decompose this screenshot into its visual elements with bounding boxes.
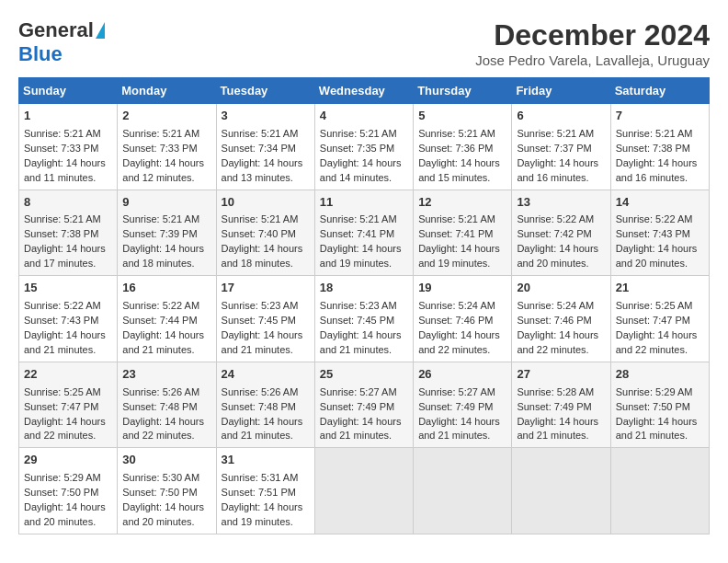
calendar-cell: 22Sunrise: 5:25 AMSunset: 7:47 PMDayligh… — [19, 362, 118, 448]
sunrise-text: Sunrise: 5:21 AM — [616, 128, 693, 139]
day-number: 16 — [122, 280, 210, 297]
calendar-row: 29Sunrise: 5:29 AMSunset: 7:50 PMDayligh… — [19, 448, 710, 534]
calendar-cell: 16Sunrise: 5:22 AMSunset: 7:44 PMDayligh… — [118, 276, 216, 362]
daylight-text: Daylight: 14 hours and 21 minutes. — [122, 329, 204, 355]
daylight-text: Daylight: 14 hours and 14 minutes. — [320, 157, 402, 183]
calendar-row: 8Sunrise: 5:21 AMSunset: 7:38 PMDaylight… — [19, 190, 710, 276]
day-number: 30 — [122, 452, 210, 469]
col-friday: Friday — [512, 78, 610, 104]
calendar-cell: 3Sunrise: 5:21 AMSunset: 7:34 PMDaylight… — [216, 104, 314, 190]
sunset-text: Sunset: 7:34 PM — [222, 143, 296, 154]
sunset-text: Sunset: 7:43 PM — [616, 228, 690, 239]
sunset-text: Sunset: 7:50 PM — [24, 487, 98, 498]
logo-blue-text: Blue — [18, 42, 63, 66]
daylight-text: Daylight: 14 hours and 21 minutes. — [222, 329, 303, 355]
day-number: 13 — [517, 194, 605, 212]
sunset-text: Sunset: 7:46 PM — [517, 315, 591, 326]
calendar-cell: 26Sunrise: 5:27 AMSunset: 7:49 PMDayligh… — [414, 362, 512, 448]
day-number: 11 — [320, 194, 408, 212]
sunrise-text: Sunrise: 5:22 AM — [517, 213, 594, 224]
daylight-text: Daylight: 14 hours and 21 minutes. — [418, 416, 500, 442]
calendar-cell: 27Sunrise: 5:28 AMSunset: 7:49 PMDayligh… — [512, 362, 610, 448]
daylight-text: Daylight: 14 hours and 13 minutes. — [222, 157, 303, 183]
daylight-text: Daylight: 14 hours and 21 minutes. — [616, 416, 698, 442]
sunset-text: Sunset: 7:50 PM — [616, 401, 690, 412]
sunset-text: Sunset: 7:48 PM — [222, 401, 296, 412]
sunrise-text: Sunrise: 5:21 AM — [418, 213, 495, 224]
logo-triangle-icon — [96, 22, 105, 39]
daylight-text: Daylight: 14 hours and 22 minutes. — [616, 329, 698, 355]
calendar-cell: 8Sunrise: 5:21 AMSunset: 7:38 PMDaylight… — [19, 190, 118, 276]
sunset-text: Sunset: 7:46 PM — [418, 315, 493, 326]
calendar-cell — [610, 448, 709, 534]
daylight-text: Daylight: 14 hours and 20 minutes. — [24, 501, 106, 527]
day-number: 5 — [418, 108, 506, 125]
sunset-text: Sunset: 7:43 PM — [24, 315, 98, 326]
calendar-cell: 9Sunrise: 5:21 AMSunset: 7:39 PMDaylight… — [118, 190, 216, 276]
col-saturday: Saturday — [610, 78, 709, 104]
calendar-cell: 24Sunrise: 5:26 AMSunset: 7:48 PMDayligh… — [216, 362, 314, 448]
sunrise-text: Sunrise: 5:22 AM — [24, 300, 101, 311]
daylight-text: Daylight: 14 hours and 22 minutes. — [418, 329, 500, 355]
sunrise-text: Sunrise: 5:21 AM — [320, 128, 397, 139]
calendar-cell: 29Sunrise: 5:29 AMSunset: 7:50 PMDayligh… — [19, 448, 118, 534]
calendar-cell: 14Sunrise: 5:22 AMSunset: 7:43 PMDayligh… — [610, 190, 709, 276]
sunrise-text: Sunrise: 5:24 AM — [418, 300, 495, 311]
calendar-cell: 19Sunrise: 5:24 AMSunset: 7:46 PMDayligh… — [414, 276, 512, 362]
daylight-text: Daylight: 14 hours and 11 minutes. — [24, 157, 106, 183]
daylight-text: Daylight: 14 hours and 20 minutes. — [122, 501, 204, 527]
daylight-text: Daylight: 14 hours and 22 minutes. — [122, 416, 204, 442]
sunrise-text: Sunrise: 5:21 AM — [320, 213, 397, 224]
col-sunday: Sunday — [19, 78, 118, 104]
sunset-text: Sunset: 7:48 PM — [122, 401, 197, 412]
day-number: 8 — [24, 194, 112, 212]
daylight-text: Daylight: 14 hours and 21 minutes. — [320, 329, 402, 355]
calendar-cell: 13Sunrise: 5:22 AMSunset: 7:42 PMDayligh… — [512, 190, 610, 276]
daylight-text: Daylight: 14 hours and 12 minutes. — [122, 157, 204, 183]
daylight-text: Daylight: 14 hours and 18 minutes. — [222, 243, 303, 269]
sunrise-text: Sunrise: 5:27 AM — [418, 386, 495, 397]
calendar-cell — [314, 448, 413, 534]
daylight-text: Daylight: 14 hours and 21 minutes. — [24, 329, 106, 355]
day-number: 20 — [517, 280, 605, 297]
calendar-cell: 4Sunrise: 5:21 AMSunset: 7:35 PMDaylight… — [314, 104, 413, 190]
day-number: 18 — [320, 280, 408, 297]
sunrise-text: Sunrise: 5:28 AM — [517, 386, 594, 397]
daylight-text: Daylight: 14 hours and 18 minutes. — [122, 243, 204, 269]
sunrise-text: Sunrise: 5:24 AM — [517, 300, 594, 311]
sunrise-text: Sunrise: 5:30 AM — [122, 472, 199, 483]
sunset-text: Sunset: 7:47 PM — [616, 315, 690, 326]
sunset-text: Sunset: 7:39 PM — [122, 228, 197, 239]
sunset-text: Sunset: 7:36 PM — [418, 143, 493, 154]
calendar-cell: 5Sunrise: 5:21 AMSunset: 7:36 PMDaylight… — [414, 104, 512, 190]
daylight-text: Daylight: 14 hours and 17 minutes. — [24, 243, 106, 269]
day-number: 3 — [222, 108, 310, 125]
sunset-text: Sunset: 7:42 PM — [517, 228, 591, 239]
sunrise-text: Sunrise: 5:22 AM — [122, 300, 199, 311]
daylight-text: Daylight: 14 hours and 19 minutes. — [320, 243, 402, 269]
sunrise-text: Sunrise: 5:25 AM — [616, 300, 693, 311]
sunrise-text: Sunrise: 5:23 AM — [222, 300, 299, 311]
daylight-text: Daylight: 14 hours and 22 minutes. — [517, 329, 598, 355]
sunrise-text: Sunrise: 5:26 AM — [122, 386, 199, 397]
calendar-cell: 11Sunrise: 5:21 AMSunset: 7:41 PMDayligh… — [314, 190, 413, 276]
col-monday: Monday — [118, 78, 216, 104]
day-number: 25 — [320, 366, 408, 384]
day-number: 31 — [222, 452, 310, 469]
calendar-cell: 20Sunrise: 5:24 AMSunset: 7:46 PMDayligh… — [512, 276, 610, 362]
sunrise-text: Sunrise: 5:21 AM — [122, 213, 199, 224]
day-number: 4 — [320, 108, 408, 125]
sunrise-text: Sunrise: 5:21 AM — [222, 213, 299, 224]
calendar-header-row: Sunday Monday Tuesday Wednesday Thursday… — [19, 78, 710, 104]
sunrise-text: Sunrise: 5:21 AM — [517, 128, 594, 139]
daylight-text: Daylight: 14 hours and 16 minutes. — [616, 157, 698, 183]
calendar-cell: 18Sunrise: 5:23 AMSunset: 7:45 PMDayligh… — [314, 276, 413, 362]
daylight-text: Daylight: 14 hours and 21 minutes. — [517, 416, 598, 442]
day-number: 6 — [517, 108, 605, 125]
sunset-text: Sunset: 7:38 PM — [24, 228, 98, 239]
calendar-cell: 31Sunrise: 5:31 AMSunset: 7:51 PMDayligh… — [216, 448, 314, 534]
sunset-text: Sunset: 7:35 PM — [320, 143, 394, 154]
calendar-cell: 10Sunrise: 5:21 AMSunset: 7:40 PMDayligh… — [216, 190, 314, 276]
col-thursday: Thursday — [414, 78, 512, 104]
sunrise-text: Sunrise: 5:29 AM — [24, 472, 101, 483]
